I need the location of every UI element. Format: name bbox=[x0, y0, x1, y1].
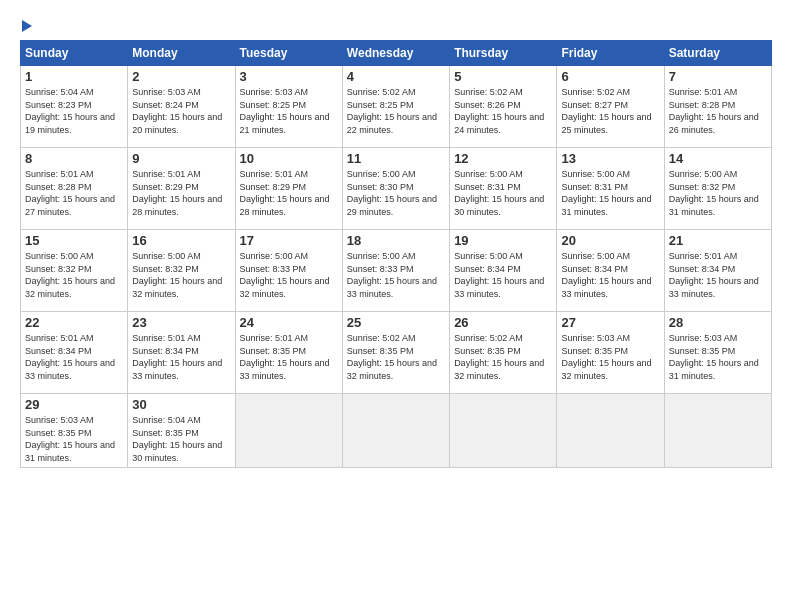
day-number: 28 bbox=[669, 315, 767, 330]
day-number: 3 bbox=[240, 69, 338, 84]
day-detail: Sunrise: 5:02 AMSunset: 8:35 PMDaylight:… bbox=[347, 332, 445, 382]
calendar-cell: 27Sunrise: 5:03 AMSunset: 8:35 PMDayligh… bbox=[557, 312, 664, 394]
day-number: 6 bbox=[561, 69, 659, 84]
day-detail: Sunrise: 5:01 AMSunset: 8:34 PMDaylight:… bbox=[25, 332, 123, 382]
calendar-cell: 18Sunrise: 5:00 AMSunset: 8:33 PMDayligh… bbox=[342, 230, 449, 312]
day-number: 9 bbox=[132, 151, 230, 166]
day-number: 13 bbox=[561, 151, 659, 166]
calendar-cell: 9Sunrise: 5:01 AMSunset: 8:29 PMDaylight… bbox=[128, 148, 235, 230]
day-number: 2 bbox=[132, 69, 230, 84]
day-detail: Sunrise: 5:03 AMSunset: 8:24 PMDaylight:… bbox=[132, 86, 230, 136]
calendar-cell bbox=[557, 394, 664, 468]
day-detail: Sunrise: 5:00 AMSunset: 8:32 PMDaylight:… bbox=[669, 168, 767, 218]
day-detail: Sunrise: 5:03 AMSunset: 8:35 PMDaylight:… bbox=[25, 414, 123, 464]
header bbox=[20, 18, 772, 32]
calendar-cell: 2Sunrise: 5:03 AMSunset: 8:24 PMDaylight… bbox=[128, 66, 235, 148]
day-detail: Sunrise: 5:00 AMSunset: 8:34 PMDaylight:… bbox=[454, 250, 552, 300]
day-detail: Sunrise: 5:00 AMSunset: 8:31 PMDaylight:… bbox=[454, 168, 552, 218]
calendar-cell: 20Sunrise: 5:00 AMSunset: 8:34 PMDayligh… bbox=[557, 230, 664, 312]
day-number: 21 bbox=[669, 233, 767, 248]
day-detail: Sunrise: 5:04 AMSunset: 8:35 PMDaylight:… bbox=[132, 414, 230, 464]
calendar-cell: 21Sunrise: 5:01 AMSunset: 8:34 PMDayligh… bbox=[664, 230, 771, 312]
calendar-cell: 15Sunrise: 5:00 AMSunset: 8:32 PMDayligh… bbox=[21, 230, 128, 312]
calendar-cell: 5Sunrise: 5:02 AMSunset: 8:26 PMDaylight… bbox=[450, 66, 557, 148]
calendar-cell: 19Sunrise: 5:00 AMSunset: 8:34 PMDayligh… bbox=[450, 230, 557, 312]
calendar-week-3: 15Sunrise: 5:00 AMSunset: 8:32 PMDayligh… bbox=[21, 230, 772, 312]
logo bbox=[20, 18, 32, 32]
day-number: 11 bbox=[347, 151, 445, 166]
day-number: 7 bbox=[669, 69, 767, 84]
day-number: 23 bbox=[132, 315, 230, 330]
weekday-thursday: Thursday bbox=[450, 41, 557, 66]
day-detail: Sunrise: 5:03 AMSunset: 8:35 PMDaylight:… bbox=[561, 332, 659, 382]
day-number: 12 bbox=[454, 151, 552, 166]
day-detail: Sunrise: 5:04 AMSunset: 8:23 PMDaylight:… bbox=[25, 86, 123, 136]
calendar-cell: 14Sunrise: 5:00 AMSunset: 8:32 PMDayligh… bbox=[664, 148, 771, 230]
day-number: 22 bbox=[25, 315, 123, 330]
calendar-cell: 7Sunrise: 5:01 AMSunset: 8:28 PMDaylight… bbox=[664, 66, 771, 148]
day-number: 30 bbox=[132, 397, 230, 412]
day-number: 14 bbox=[669, 151, 767, 166]
calendar-cell bbox=[342, 394, 449, 468]
day-number: 8 bbox=[25, 151, 123, 166]
calendar-table: SundayMondayTuesdayWednesdayThursdayFrid… bbox=[20, 40, 772, 468]
calendar-cell: 3Sunrise: 5:03 AMSunset: 8:25 PMDaylight… bbox=[235, 66, 342, 148]
weekday-tuesday: Tuesday bbox=[235, 41, 342, 66]
calendar-week-2: 8Sunrise: 5:01 AMSunset: 8:28 PMDaylight… bbox=[21, 148, 772, 230]
day-detail: Sunrise: 5:01 AMSunset: 8:29 PMDaylight:… bbox=[132, 168, 230, 218]
calendar-cell: 29Sunrise: 5:03 AMSunset: 8:35 PMDayligh… bbox=[21, 394, 128, 468]
calendar-week-1: 1Sunrise: 5:04 AMSunset: 8:23 PMDaylight… bbox=[21, 66, 772, 148]
calendar-cell: 30Sunrise: 5:04 AMSunset: 8:35 PMDayligh… bbox=[128, 394, 235, 468]
page: SundayMondayTuesdayWednesdayThursdayFrid… bbox=[0, 0, 792, 612]
calendar-cell: 17Sunrise: 5:00 AMSunset: 8:33 PMDayligh… bbox=[235, 230, 342, 312]
day-detail: Sunrise: 5:00 AMSunset: 8:33 PMDaylight:… bbox=[240, 250, 338, 300]
calendar-cell: 1Sunrise: 5:04 AMSunset: 8:23 PMDaylight… bbox=[21, 66, 128, 148]
day-detail: Sunrise: 5:02 AMSunset: 8:27 PMDaylight:… bbox=[561, 86, 659, 136]
calendar-cell: 8Sunrise: 5:01 AMSunset: 8:28 PMDaylight… bbox=[21, 148, 128, 230]
day-number: 5 bbox=[454, 69, 552, 84]
calendar-cell: 10Sunrise: 5:01 AMSunset: 8:29 PMDayligh… bbox=[235, 148, 342, 230]
calendar-cell: 13Sunrise: 5:00 AMSunset: 8:31 PMDayligh… bbox=[557, 148, 664, 230]
calendar-week-5: 29Sunrise: 5:03 AMSunset: 8:35 PMDayligh… bbox=[21, 394, 772, 468]
day-detail: Sunrise: 5:03 AMSunset: 8:35 PMDaylight:… bbox=[669, 332, 767, 382]
day-number: 20 bbox=[561, 233, 659, 248]
day-detail: Sunrise: 5:00 AMSunset: 8:32 PMDaylight:… bbox=[132, 250, 230, 300]
day-detail: Sunrise: 5:01 AMSunset: 8:34 PMDaylight:… bbox=[669, 250, 767, 300]
calendar-cell bbox=[450, 394, 557, 468]
day-detail: Sunrise: 5:02 AMSunset: 8:26 PMDaylight:… bbox=[454, 86, 552, 136]
day-number: 18 bbox=[347, 233, 445, 248]
day-detail: Sunrise: 5:00 AMSunset: 8:34 PMDaylight:… bbox=[561, 250, 659, 300]
calendar-cell: 26Sunrise: 5:02 AMSunset: 8:35 PMDayligh… bbox=[450, 312, 557, 394]
calendar-cell: 22Sunrise: 5:01 AMSunset: 8:34 PMDayligh… bbox=[21, 312, 128, 394]
day-number: 26 bbox=[454, 315, 552, 330]
day-detail: Sunrise: 5:01 AMSunset: 8:29 PMDaylight:… bbox=[240, 168, 338, 218]
day-number: 19 bbox=[454, 233, 552, 248]
weekday-monday: Monday bbox=[128, 41, 235, 66]
calendar-body: 1Sunrise: 5:04 AMSunset: 8:23 PMDaylight… bbox=[21, 66, 772, 468]
calendar-cell: 16Sunrise: 5:00 AMSunset: 8:32 PMDayligh… bbox=[128, 230, 235, 312]
day-number: 16 bbox=[132, 233, 230, 248]
calendar-cell: 25Sunrise: 5:02 AMSunset: 8:35 PMDayligh… bbox=[342, 312, 449, 394]
calendar-cell: 24Sunrise: 5:01 AMSunset: 8:35 PMDayligh… bbox=[235, 312, 342, 394]
day-detail: Sunrise: 5:01 AMSunset: 8:34 PMDaylight:… bbox=[132, 332, 230, 382]
weekday-header-row: SundayMondayTuesdayWednesdayThursdayFrid… bbox=[21, 41, 772, 66]
day-number: 10 bbox=[240, 151, 338, 166]
day-detail: Sunrise: 5:00 AMSunset: 8:31 PMDaylight:… bbox=[561, 168, 659, 218]
calendar-cell: 6Sunrise: 5:02 AMSunset: 8:27 PMDaylight… bbox=[557, 66, 664, 148]
day-detail: Sunrise: 5:02 AMSunset: 8:25 PMDaylight:… bbox=[347, 86, 445, 136]
weekday-saturday: Saturday bbox=[664, 41, 771, 66]
calendar-cell: 11Sunrise: 5:00 AMSunset: 8:30 PMDayligh… bbox=[342, 148, 449, 230]
day-number: 15 bbox=[25, 233, 123, 248]
weekday-friday: Friday bbox=[557, 41, 664, 66]
weekday-sunday: Sunday bbox=[21, 41, 128, 66]
day-detail: Sunrise: 5:01 AMSunset: 8:28 PMDaylight:… bbox=[25, 168, 123, 218]
calendar-cell: 23Sunrise: 5:01 AMSunset: 8:34 PMDayligh… bbox=[128, 312, 235, 394]
calendar-header: SundayMondayTuesdayWednesdayThursdayFrid… bbox=[21, 41, 772, 66]
day-detail: Sunrise: 5:03 AMSunset: 8:25 PMDaylight:… bbox=[240, 86, 338, 136]
calendar-cell bbox=[664, 394, 771, 468]
day-number: 24 bbox=[240, 315, 338, 330]
day-number: 4 bbox=[347, 69, 445, 84]
day-detail: Sunrise: 5:00 AMSunset: 8:32 PMDaylight:… bbox=[25, 250, 123, 300]
day-detail: Sunrise: 5:02 AMSunset: 8:35 PMDaylight:… bbox=[454, 332, 552, 382]
logo-arrow-icon bbox=[22, 20, 32, 32]
